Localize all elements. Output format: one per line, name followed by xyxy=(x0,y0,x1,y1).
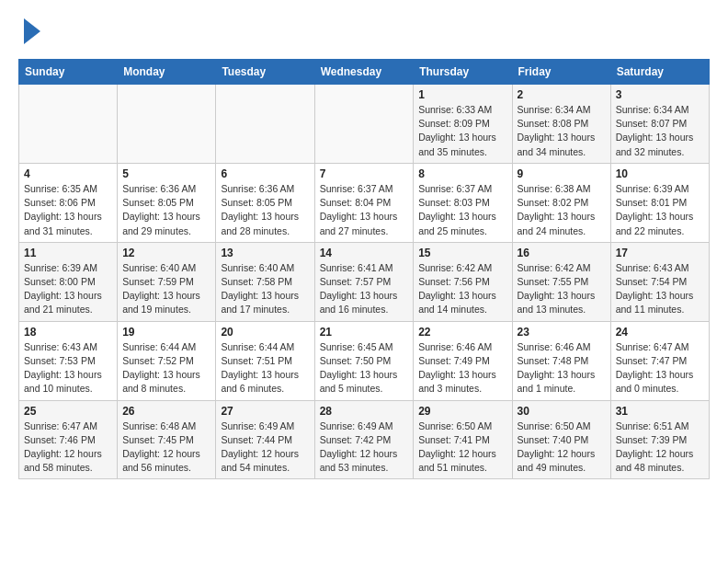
calendar-cell: 5Sunrise: 6:36 AM Sunset: 8:05 PM Daylig… xyxy=(118,163,216,242)
calendar-table: SundayMondayTuesdayWednesdayThursdayFrid… xyxy=(18,59,710,479)
logo-arrow-icon xyxy=(24,18,40,44)
calendar-cell: 25Sunrise: 6:47 AM Sunset: 7:46 PM Dayli… xyxy=(19,400,118,479)
calendar-cell: 27Sunrise: 6:49 AM Sunset: 7:44 PM Dayli… xyxy=(216,400,314,479)
day-info: Sunrise: 6:36 AM Sunset: 8:05 PM Dayligh… xyxy=(122,182,210,238)
calendar-cell: 14Sunrise: 6:41 AM Sunset: 7:57 PM Dayli… xyxy=(314,242,414,321)
day-number: 3 xyxy=(616,88,704,101)
day-number: 7 xyxy=(320,167,409,180)
weekday-header-sunday: Sunday xyxy=(19,60,118,85)
calendar-week-row: 18Sunrise: 6:43 AM Sunset: 7:53 PM Dayli… xyxy=(19,321,710,400)
calendar-cell: 11Sunrise: 6:39 AM Sunset: 8:00 PM Dayli… xyxy=(19,242,118,321)
day-info: Sunrise: 6:47 AM Sunset: 7:47 PM Dayligh… xyxy=(616,340,704,396)
weekday-header-tuesday: Tuesday xyxy=(216,60,314,85)
day-number: 26 xyxy=(122,405,210,418)
day-info: Sunrise: 6:35 AM Sunset: 8:06 PM Dayligh… xyxy=(24,182,112,238)
day-number: 12 xyxy=(122,247,210,259)
calendar-week-row: 25Sunrise: 6:47 AM Sunset: 7:46 PM Dayli… xyxy=(19,400,710,479)
day-info: Sunrise: 6:36 AM Sunset: 8:05 PM Dayligh… xyxy=(221,182,309,238)
day-info: Sunrise: 6:44 AM Sunset: 7:51 PM Dayligh… xyxy=(221,340,309,396)
day-number: 2 xyxy=(518,88,606,101)
day-info: Sunrise: 6:48 AM Sunset: 7:45 PM Dayligh… xyxy=(122,419,210,476)
logo xyxy=(18,18,40,44)
day-info: Sunrise: 6:46 AM Sunset: 7:48 PM Dayligh… xyxy=(518,340,606,396)
day-number: 18 xyxy=(24,326,112,339)
calendar-cell: 15Sunrise: 6:42 AM Sunset: 7:56 PM Dayli… xyxy=(414,242,512,321)
calendar-cell: 8Sunrise: 6:37 AM Sunset: 8:03 PM Daylig… xyxy=(414,163,512,242)
day-number: 28 xyxy=(320,405,409,418)
calendar-cell: 1Sunrise: 6:33 AM Sunset: 8:09 PM Daylig… xyxy=(414,85,512,164)
calendar-cell: 9Sunrise: 6:38 AM Sunset: 8:02 PM Daylig… xyxy=(512,163,610,242)
calendar-cell xyxy=(19,85,118,164)
day-info: Sunrise: 6:37 AM Sunset: 8:04 PM Dayligh… xyxy=(320,182,409,238)
calendar-cell: 7Sunrise: 6:37 AM Sunset: 8:04 PM Daylig… xyxy=(314,163,414,242)
weekday-header-saturday: Saturday xyxy=(610,60,709,85)
day-number: 29 xyxy=(418,405,506,418)
day-number: 23 xyxy=(518,326,606,339)
day-info: Sunrise: 6:50 AM Sunset: 7:40 PM Dayligh… xyxy=(518,419,606,476)
day-number: 30 xyxy=(518,405,606,418)
calendar-cell: 12Sunrise: 6:40 AM Sunset: 7:59 PM Dayli… xyxy=(118,242,216,321)
day-info: Sunrise: 6:42 AM Sunset: 7:56 PM Dayligh… xyxy=(418,261,506,317)
day-info: Sunrise: 6:45 AM Sunset: 7:50 PM Dayligh… xyxy=(320,340,409,396)
calendar-cell: 13Sunrise: 6:40 AM Sunset: 7:58 PM Dayli… xyxy=(216,242,314,321)
calendar-cell: 20Sunrise: 6:44 AM Sunset: 7:51 PM Dayli… xyxy=(216,321,314,400)
day-number: 20 xyxy=(221,326,309,339)
day-info: Sunrise: 6:33 AM Sunset: 8:09 PM Dayligh… xyxy=(418,103,506,159)
day-info: Sunrise: 6:44 AM Sunset: 7:52 PM Dayligh… xyxy=(122,340,210,396)
day-info: Sunrise: 6:34 AM Sunset: 8:07 PM Dayligh… xyxy=(616,103,704,159)
weekday-header-friday: Friday xyxy=(512,60,610,85)
day-info: Sunrise: 6:43 AM Sunset: 7:54 PM Dayligh… xyxy=(616,261,704,317)
day-info: Sunrise: 6:51 AM Sunset: 7:39 PM Dayligh… xyxy=(616,419,704,476)
calendar-cell: 30Sunrise: 6:50 AM Sunset: 7:40 PM Dayli… xyxy=(512,400,610,479)
day-number: 31 xyxy=(616,405,704,418)
calendar-cell: 21Sunrise: 6:45 AM Sunset: 7:50 PM Dayli… xyxy=(314,321,414,400)
day-info: Sunrise: 6:46 AM Sunset: 7:49 PM Dayligh… xyxy=(418,340,506,396)
calendar-cell: 18Sunrise: 6:43 AM Sunset: 7:53 PM Dayli… xyxy=(19,321,118,400)
calendar-cell: 6Sunrise: 6:36 AM Sunset: 8:05 PM Daylig… xyxy=(216,163,314,242)
calendar-cell: 16Sunrise: 6:42 AM Sunset: 7:55 PM Dayli… xyxy=(512,242,610,321)
day-number: 25 xyxy=(24,405,112,418)
day-info: Sunrise: 6:47 AM Sunset: 7:46 PM Dayligh… xyxy=(24,419,112,476)
day-info: Sunrise: 6:34 AM Sunset: 8:08 PM Dayligh… xyxy=(518,103,606,159)
day-number: 8 xyxy=(418,167,506,180)
day-number: 15 xyxy=(418,247,506,259)
calendar-cell: 19Sunrise: 6:44 AM Sunset: 7:52 PM Dayli… xyxy=(118,321,216,400)
day-number: 16 xyxy=(518,247,606,259)
day-info: Sunrise: 6:50 AM Sunset: 7:41 PM Dayligh… xyxy=(418,419,506,476)
calendar-cell: 2Sunrise: 6:34 AM Sunset: 8:08 PM Daylig… xyxy=(512,85,610,164)
day-number: 4 xyxy=(24,167,112,180)
day-number: 10 xyxy=(616,167,704,180)
calendar-cell: 31Sunrise: 6:51 AM Sunset: 7:39 PM Dayli… xyxy=(610,400,709,479)
day-info: Sunrise: 6:37 AM Sunset: 8:03 PM Dayligh… xyxy=(418,182,506,238)
day-info: Sunrise: 6:42 AM Sunset: 7:55 PM Dayligh… xyxy=(518,261,606,317)
calendar-cell xyxy=(314,85,414,164)
day-number: 6 xyxy=(221,167,309,180)
calendar-cell: 29Sunrise: 6:50 AM Sunset: 7:41 PM Dayli… xyxy=(414,400,512,479)
page-header xyxy=(18,18,710,44)
day-info: Sunrise: 6:39 AM Sunset: 8:00 PM Dayligh… xyxy=(24,261,112,317)
calendar-cell: 22Sunrise: 6:46 AM Sunset: 7:49 PM Dayli… xyxy=(414,321,512,400)
calendar-cell: 4Sunrise: 6:35 AM Sunset: 8:06 PM Daylig… xyxy=(19,163,118,242)
day-info: Sunrise: 6:43 AM Sunset: 7:53 PM Dayligh… xyxy=(24,340,112,396)
weekday-header-row: SundayMondayTuesdayWednesdayThursdayFrid… xyxy=(19,60,710,85)
calendar-cell: 3Sunrise: 6:34 AM Sunset: 8:07 PM Daylig… xyxy=(610,85,709,164)
day-info: Sunrise: 6:39 AM Sunset: 8:01 PM Dayligh… xyxy=(616,182,704,238)
weekday-header-wednesday: Wednesday xyxy=(314,60,414,85)
weekday-header-thursday: Thursday xyxy=(414,60,512,85)
day-number: 11 xyxy=(24,247,112,259)
calendar-cell: 26Sunrise: 6:48 AM Sunset: 7:45 PM Dayli… xyxy=(118,400,216,479)
day-number: 19 xyxy=(122,326,210,339)
calendar-week-row: 4Sunrise: 6:35 AM Sunset: 8:06 PM Daylig… xyxy=(19,163,710,242)
weekday-header-monday: Monday xyxy=(118,60,216,85)
day-number: 13 xyxy=(221,247,309,259)
day-info: Sunrise: 6:40 AM Sunset: 7:59 PM Dayligh… xyxy=(122,261,210,317)
day-number: 21 xyxy=(320,326,409,339)
calendar-cell: 28Sunrise: 6:49 AM Sunset: 7:42 PM Dayli… xyxy=(314,400,414,479)
day-number: 22 xyxy=(418,326,506,339)
calendar-cell: 23Sunrise: 6:46 AM Sunset: 7:48 PM Dayli… xyxy=(512,321,610,400)
calendar-week-row: 11Sunrise: 6:39 AM Sunset: 8:00 PM Dayli… xyxy=(19,242,710,321)
calendar-cell xyxy=(118,85,216,164)
day-number: 17 xyxy=(616,247,704,259)
day-info: Sunrise: 6:40 AM Sunset: 7:58 PM Dayligh… xyxy=(221,261,309,317)
calendar-cell: 24Sunrise: 6:47 AM Sunset: 7:47 PM Dayli… xyxy=(610,321,709,400)
